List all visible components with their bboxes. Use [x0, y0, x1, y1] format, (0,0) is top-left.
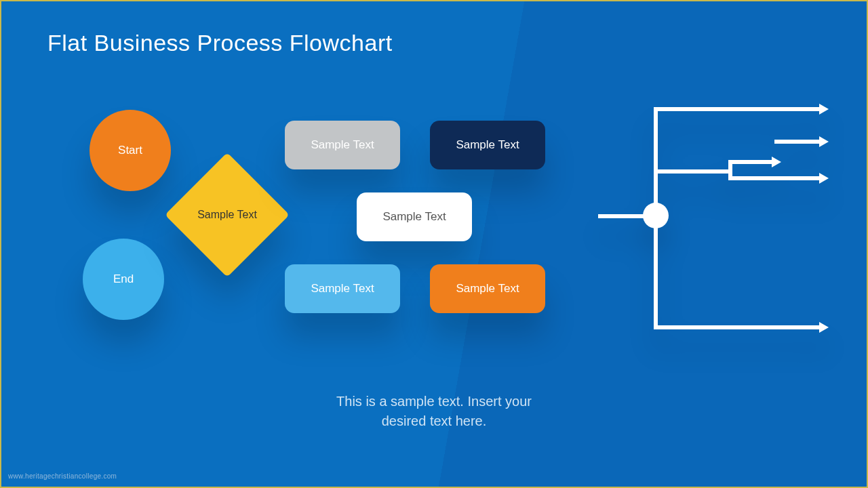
- process-rect-3: Sample Text: [357, 192, 472, 241]
- slide-title: Flat Business Process Flowchart: [47, 30, 393, 56]
- rect3-label: Sample Text: [382, 210, 446, 224]
- rect2-label: Sample Text: [456, 138, 519, 152]
- slide-stage: Flat Business Process Flowchart Start En…: [0, 0, 868, 488]
- decision-diamond: Sample Text: [183, 171, 271, 259]
- process-rect-5: Sample Text: [430, 264, 545, 313]
- branch-line: [654, 107, 658, 329]
- start-circle: Start: [90, 110, 171, 191]
- branch-line: [728, 160, 772, 164]
- start-label: Start: [118, 144, 142, 157]
- branch-line: [654, 169, 732, 174]
- arrow-right-icon: [819, 136, 829, 147]
- caption-line-2: desired text here.: [382, 413, 487, 428]
- arrow-right-icon: [772, 157, 781, 167]
- diamond-text: Sample Text: [197, 209, 257, 221]
- arrow-right-icon: [819, 322, 829, 333]
- branch-line: [654, 107, 819, 111]
- branch-line: [654, 325, 819, 329]
- branch-line: [598, 214, 646, 218]
- end-label: End: [113, 272, 134, 286]
- arrow-right-icon: [819, 173, 829, 184]
- arrow-right-icon: [819, 104, 829, 115]
- branch-line: [774, 140, 819, 144]
- process-rect-4: Sample Text: [285, 264, 400, 313]
- rect5-label: Sample Text: [456, 282, 519, 296]
- diamond-label: Sample Text: [183, 171, 271, 259]
- branch-line: [728, 176, 819, 180]
- rect4-label: Sample Text: [311, 282, 374, 296]
- watermark-text: www.heritagechristiancollege.com: [8, 472, 117, 480]
- rect1-label: Sample Text: [311, 138, 374, 152]
- caption-line-1: This is a sample text. Insert your: [336, 394, 532, 409]
- branch-graphic: [598, 107, 849, 331]
- end-circle: End: [83, 239, 164, 320]
- process-rect-2: Sample Text: [430, 121, 545, 169]
- process-rect-1: Sample Text: [285, 121, 400, 169]
- slide-caption: This is a sample text. Insert your desir…: [1, 392, 867, 431]
